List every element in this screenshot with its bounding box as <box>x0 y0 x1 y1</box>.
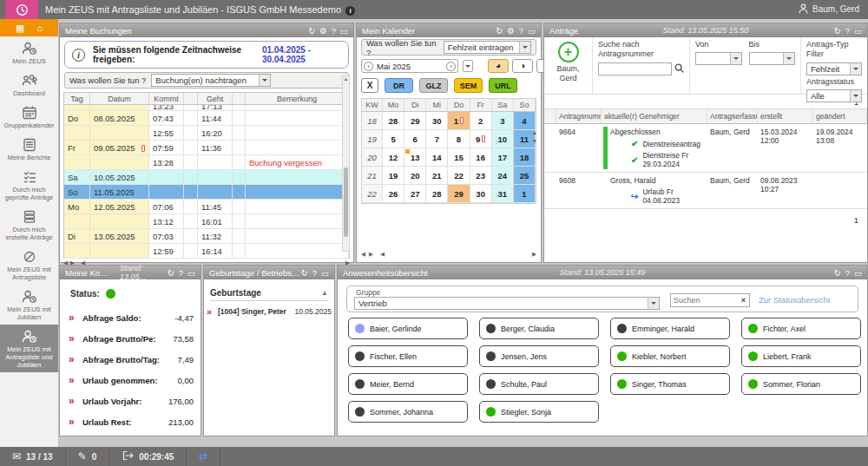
help-icon[interactable]: ? <box>179 268 183 278</box>
help-icon[interactable]: ? <box>312 268 317 278</box>
help-icon[interactable]: ? <box>332 26 336 36</box>
minimize-icon[interactable]: ▭ <box>854 26 862 36</box>
von-select[interactable] <box>695 52 742 65</box>
sidebar-item-durch-mich-gepruefte-antraege[interactable]: Durch mich geprüfte Anträge <box>0 165 58 205</box>
person-badge[interactable]: Schulte, Paul <box>479 373 599 395</box>
calendar-day[interactable]: 23 <box>470 167 492 185</box>
booking-row[interactable]: 12:5516:20 <box>64 126 349 141</box>
user-menu[interactable]: Baum, Gerd <box>799 3 859 14</box>
month-dropdown[interactable] <box>463 60 473 72</box>
calendar-day[interactable]: 30 <box>426 112 448 130</box>
settings-icon[interactable]: ⚙ <box>507 26 515 36</box>
person-badge[interactable]: Sommer, Florian <box>741 373 861 395</box>
refresh-icon[interactable]: ↻ <box>834 268 841 278</box>
booking-row[interactable]: 12:5916:14 <box>64 244 349 259</box>
drill-down-icon[interactable]: » <box>69 374 82 386</box>
refresh-icon[interactable]: ↻ <box>301 268 308 278</box>
drill-down-icon[interactable]: » <box>69 353 82 365</box>
sidebar-item-mein-zeus[interactable]: Mein ZEUS <box>0 36 58 69</box>
sidebar-item-meine-berichte[interactable]: Meine Berichte <box>0 133 58 165</box>
calendar-day[interactable]: 7 <box>426 130 448 148</box>
legend-sem-button[interactable]: SEM <box>454 78 483 93</box>
calendar-day[interactable]: 17 <box>492 148 514 167</box>
minimize-icon[interactable]: ▭ <box>340 26 348 36</box>
availability-toggle-full-icon[interactable]: ◕ <box>488 59 509 73</box>
sidebar-item-mein-zeus-mit-antragsliste-und-jubilaeen[interactable]: Mein ZEUS mit Antragsliste und Jubiläen <box>0 325 58 372</box>
calendar-day[interactable]: 15 <box>448 148 470 167</box>
collapse-icon[interactable]: ▲ <box>321 289 328 297</box>
app-logo[interactable] <box>5 0 38 19</box>
add-request-button[interactable]: + <box>558 42 579 62</box>
person-badge[interactable]: Singer, Thomas <box>610 373 730 395</box>
home-icon[interactable]: ⌂ <box>36 23 43 33</box>
calendar-day[interactable]: 13 <box>404 148 426 167</box>
birthday-row[interactable]: »[1004] Singer, Peter10.05.2025 <box>207 306 332 317</box>
status-filter-select[interactable]: Alle <box>806 89 862 102</box>
booking-row[interactable]: Sa10.05.2025 <box>64 170 349 185</box>
calendar-day[interactable]: 21 <box>426 167 448 185</box>
booking-row[interactable]: Mo12.05.202507:0611:45 <box>64 200 349 214</box>
calendar-day[interactable]: 6 <box>404 130 426 148</box>
person-badge[interactable]: Liebert, Frank <box>741 345 861 367</box>
calendar-day[interactable]: 29 <box>448 185 470 203</box>
timesheet-period-link[interactable]: 01.04.2025 - 30.04.2025 <box>262 45 341 64</box>
clear-selection-button[interactable]: X <box>361 78 378 93</box>
person-badge[interactable]: Fichter, Axel <box>741 318 861 339</box>
refresh-icon[interactable]: ↻ <box>834 26 841 36</box>
calendar-day[interactable]: 31 <box>492 185 514 203</box>
drill-down-icon[interactable]: » <box>207 306 218 317</box>
settings-icon[interactable]: ⚙ <box>319 26 327 36</box>
sync-segment[interactable]: ⇄ <box>187 447 220 466</box>
booking-row[interactable]: 13:28Buchung vergessen <box>64 155 349 170</box>
calendar-day[interactable]: 24 <box>492 167 514 185</box>
booking-row[interactable]: Fr09.05.202507:5911:36 <box>64 141 349 155</box>
calendar-day[interactable]: 25 <box>514 167 536 185</box>
sidebar-item-dashboard[interactable]: Dashboard <box>0 69 58 101</box>
person-badge[interactable]: Berger, Claudia <box>479 318 599 339</box>
status-overview-link[interactable]: Zur Statusübersicht <box>759 295 830 305</box>
bis-select[interactable] <box>749 52 796 65</box>
time-segment[interactable]: 00:29:45 <box>109 447 187 466</box>
calendar-day[interactable]: 12 <box>383 148 404 167</box>
calendar-day[interactable]: 1 <box>514 185 536 203</box>
booking-row[interactable]: 13:2317:13 <box>64 105 349 111</box>
person-badge[interactable]: Fischer, Ellen <box>348 345 468 367</box>
booking-row[interactable]: 13:1216:01 <box>64 214 349 229</box>
request-row[interactable]: 9664Abgeschlossen✔Dienstreiseantrag✔Dien… <box>544 124 867 173</box>
person-badge[interactable]: Jensen, Jens <box>479 345 599 367</box>
calendar-day[interactable]: 29 <box>404 112 426 130</box>
calendar-day[interactable]: 10 <box>492 130 514 148</box>
next-month-icon[interactable]: › <box>446 62 456 71</box>
calendar-bottom-scroll[interactable]: ◀▶◀▶ <box>361 251 536 258</box>
drill-down-icon[interactable]: » <box>69 416 82 428</box>
drill-down-icon[interactable]: » <box>69 395 82 407</box>
help-icon[interactable]: ? <box>845 268 850 278</box>
help-icon[interactable]: ? <box>519 26 523 36</box>
clear-icon[interactable]: × <box>738 296 749 305</box>
legend-glz-button[interactable]: GLZ <box>419 78 448 93</box>
prev-month-icon[interactable]: ‹ <box>364 62 373 71</box>
calendar-day[interactable]: 28 <box>426 185 448 203</box>
search-icon[interactable] <box>674 63 684 75</box>
info-icon[interactable]: i <box>345 6 355 16</box>
calendar-day[interactable]: 28 <box>383 112 404 130</box>
calendar-day[interactable]: 20 <box>404 167 426 185</box>
sidebar-item-mein-zeus-mit-antragsliste[interactable]: Mein ZEUS mit Antragsliste <box>0 245 58 285</box>
help-icon[interactable]: ? <box>845 26 850 36</box>
legend-url-button[interactable]: URL <box>489 78 517 93</box>
type-filter-select[interactable]: Fehlzeit <box>806 62 862 75</box>
minimize-icon[interactable]: ▭ <box>528 26 536 36</box>
calendar-day[interactable]: 2 <box>470 112 492 130</box>
booking-action-select[interactable]: Buchung(en) nachtragen <box>151 74 271 87</box>
search-input[interactable] <box>671 296 738 305</box>
calendar-side-scroll[interactable]: ▲▼ <box>532 129 537 144</box>
apps-grid-icon[interactable]: ▦ <box>16 23 24 34</box>
minimize-icon[interactable]: ▭ <box>854 268 862 278</box>
booking-row[interactable]: Do08.05.202507:4311:44 <box>64 111 349 126</box>
minimize-icon[interactable]: ▭ <box>321 268 329 278</box>
person-badge[interactable]: Baier, Gerlinde <box>348 318 468 339</box>
person-badge[interactable]: Emminger, Harald <box>610 318 730 339</box>
minimize-icon[interactable]: ▭ <box>187 268 195 278</box>
calendar-day[interactable]: 3 <box>492 112 514 130</box>
sidebar-item-gruppenkalender[interactable]: Gruppenkalender <box>0 101 58 133</box>
